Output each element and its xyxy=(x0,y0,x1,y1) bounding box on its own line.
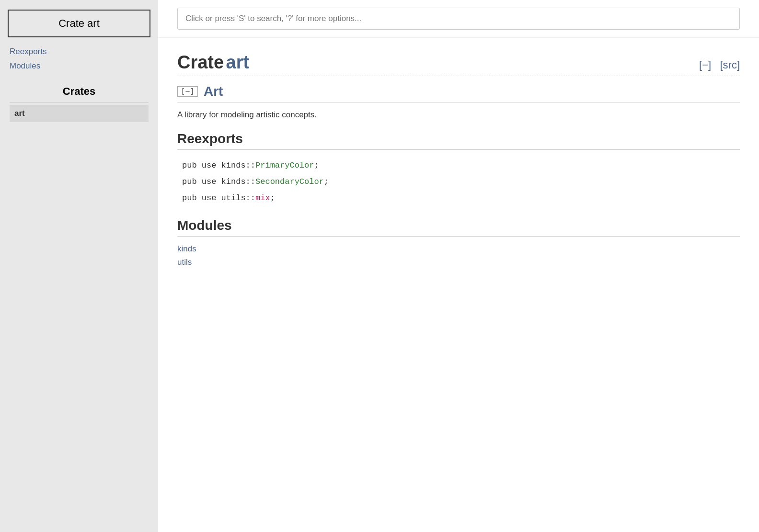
reexport-2-suffix: ; xyxy=(324,177,329,186)
art-collapse-btn[interactable]: [−] xyxy=(177,86,198,97)
module-utils-link[interactable]: utils xyxy=(177,258,740,267)
crate-title-group: Crate art xyxy=(177,52,249,73)
sidebar-crate-title[interactable]: Crate art xyxy=(8,10,150,37)
art-section-divider xyxy=(177,102,740,102)
sidebar-item-reexports[interactable]: Reexports xyxy=(10,47,149,57)
reexport-3-suffix: ; xyxy=(270,193,275,203)
reexports-heading: Reexports xyxy=(177,131,740,147)
sidebar-nav: Reexports Modules xyxy=(0,47,158,71)
crates-section: Crates art xyxy=(0,85,158,122)
src-link[interactable]: [src] xyxy=(720,59,740,71)
crates-heading: Crates xyxy=(10,85,149,98)
main-content: Crate art [−] [src] [−] Art A library fo… xyxy=(158,0,759,532)
modules-divider xyxy=(177,236,740,237)
reexport-line-1: pub use kinds::PrimaryColor; xyxy=(182,158,735,174)
crate-heading-divider xyxy=(177,76,740,76)
module-kinds-link[interactable]: kinds xyxy=(177,244,740,254)
reexport-3-prefix: pub use utils:: xyxy=(182,193,255,203)
crate-page-heading: Crate art [−] [src] xyxy=(177,52,740,73)
modules-list: kinds utils xyxy=(177,244,740,267)
crate-actions: [−] [src] xyxy=(699,59,740,71)
crates-list: art xyxy=(10,105,149,122)
reexports-code-block: pub use kinds::PrimaryColor; pub use kin… xyxy=(177,158,740,206)
art-collapse-row: [−] Art xyxy=(177,84,740,99)
crate-name[interactable]: art xyxy=(226,52,250,72)
search-input[interactable] xyxy=(177,8,740,30)
secondary-color-link[interactable]: SecondaryColor xyxy=(255,177,324,186)
crates-divider xyxy=(10,102,149,103)
sidebar-item-modules[interactable]: Modules xyxy=(10,61,149,71)
primary-color-link[interactable]: PrimaryColor xyxy=(255,161,314,170)
reexport-1-prefix: pub use kinds:: xyxy=(182,161,255,170)
art-description: A library for modeling artistic concepts… xyxy=(177,110,740,120)
art-section-link[interactable]: Art xyxy=(204,84,223,99)
reexports-divider xyxy=(177,149,740,150)
crate-label: Crate xyxy=(177,52,224,72)
crate-list-item-art[interactable]: art xyxy=(10,105,149,122)
reexport-1-suffix: ; xyxy=(314,161,319,170)
reexport-2-prefix: pub use kinds:: xyxy=(182,177,255,186)
modules-heading: Modules xyxy=(177,218,740,233)
collapse-all-link[interactable]: [−] xyxy=(699,59,711,71)
reexport-line-2: pub use kinds::SecondaryColor; xyxy=(182,174,735,190)
content-area: Crate art [−] [src] [−] Art A library fo… xyxy=(158,38,759,290)
search-bar-wrapper xyxy=(158,0,759,38)
mix-link[interactable]: mix xyxy=(255,193,270,203)
sidebar: Crate art Reexports Modules Crates art xyxy=(0,0,158,532)
reexport-line-3: pub use utils::mix; xyxy=(182,190,735,206)
